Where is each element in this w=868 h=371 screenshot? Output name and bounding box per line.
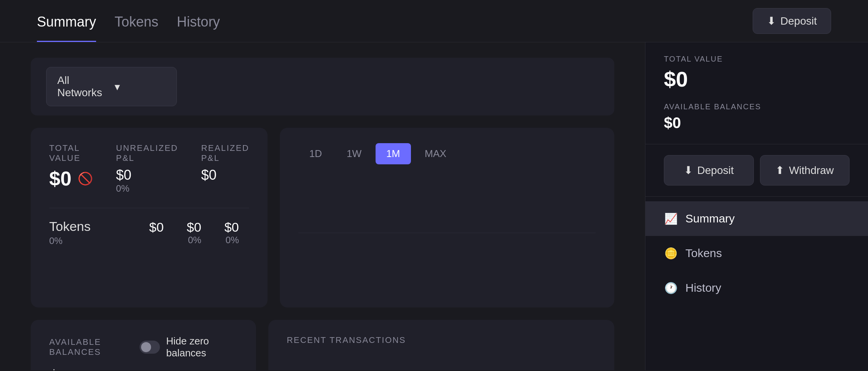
tokens-realized-value: $0 [224, 220, 239, 235]
sidebar-action-buttons: ⬇ Deposit ⬆ Withdraw [645, 144, 868, 197]
total-value-display: $0 🚫 [49, 167, 93, 190]
main-layout: All Networks ▾ TOTAL VALUE $0 🚫 U [0, 42, 868, 370]
tokens-total-group: $0 [149, 220, 164, 246]
tokens-label: Tokens [49, 219, 149, 234]
total-value: $0 [49, 167, 72, 190]
tab-history[interactable]: History [177, 0, 220, 42]
sidebar-withdraw-button[interactable]: ⬆ Withdraw [760, 155, 850, 186]
tokens-realized-pct: 0% [226, 235, 239, 246]
chart-card: 1D 1W 1M MAX [280, 128, 614, 307]
deposit-label-top: Deposit [780, 15, 817, 27]
sidebar-nav-history[interactable]: 🕐 History [645, 271, 868, 305]
toggle-thumb [141, 342, 151, 352]
tokens-row: Tokens 0% $0 $0 0% $0 0% [49, 219, 249, 246]
tokens-unrealized-group: $0 0% [187, 220, 201, 246]
sidebar-nav-tokens[interactable]: 🪙 Tokens [645, 236, 868, 271]
chevron-down-icon: ▾ [115, 80, 166, 93]
right-sidebar: TOTAL VALUE $0 AVAILABLE BALANCES $0 ⬇ D… [645, 42, 868, 370]
time-filter-1d[interactable]: 1D [298, 143, 333, 164]
unrealized-pnl-pct: 0% [116, 183, 178, 194]
time-filter-1m[interactable]: 1M [376, 143, 411, 164]
transactions-card: RECENT TRANSACTIONS [268, 320, 614, 370]
balances-card-header: AVAILABLE BALANCES Hide zero balances [49, 335, 238, 359]
sidebar-avail-value: $0 [664, 114, 850, 132]
time-filters: 1D 1W 1M MAX [298, 143, 596, 164]
top-navigation: Summary Tokens History ⬇ Deposit [0, 0, 868, 42]
tab-summary[interactable]: Summary [37, 0, 96, 42]
sidebar-nav-history-label: History [685, 281, 721, 294]
network-selector[interactable]: All Networks ▾ [46, 67, 177, 106]
toggle-track[interactable] [140, 341, 160, 354]
sidebar-withdraw-icon: ⬆ [775, 164, 784, 177]
tokens-values: $0 $0 0% $0 0% [149, 220, 249, 246]
unrealized-pnl-value: $0 [116, 167, 178, 183]
sidebar-nav-summary-label: Summary [685, 212, 735, 225]
tokens-realized-group: $0 0% [224, 220, 239, 246]
history-nav-icon: 🕐 [664, 282, 678, 294]
hide-zero-label: Hide zero balances [166, 335, 238, 359]
card-divider [49, 208, 249, 208]
sidebar-nav-tokens-label: Tokens [685, 247, 722, 260]
bottom-cards-row: AVAILABLE BALANCES Hide zero balances $0… [31, 320, 614, 370]
recent-transactions-label: RECENT TRANSACTIONS [287, 335, 406, 345]
balances-card: AVAILABLE BALANCES Hide zero balances $0… [31, 320, 256, 370]
hide-value-icon[interactable]: 🚫 [78, 171, 93, 186]
time-filter-1w[interactable]: 1W [336, 143, 372, 164]
cards-row: TOTAL VALUE $0 🚫 Unrealized P&L $0 0% Re… [31, 128, 614, 307]
realized-pnl-value: $0 [201, 167, 249, 183]
sidebar-nav: 📈 Summary 🪙 Tokens 🕐 History [645, 197, 868, 310]
unrealized-pnl-section: Unrealized P&L $0 0% [116, 143, 178, 194]
sidebar-total-value: $0 [664, 67, 850, 92]
tab-tokens[interactable]: Tokens [115, 0, 158, 42]
sidebar-avail-label: AVAILABLE BALANCES [664, 102, 850, 111]
chart-area [298, 175, 596, 292]
tokens-nav-icon: 🪙 [664, 247, 678, 260]
available-balances-value: $0 [49, 367, 238, 370]
tokens-label-col: Tokens 0% [49, 219, 149, 246]
card-header-row: TOTAL VALUE $0 🚫 Unrealized P&L $0 0% Re… [49, 143, 249, 194]
realized-pnl-label: Realized P&L [201, 143, 249, 163]
top-actions: ⬇ Deposit [753, 8, 831, 34]
sidebar-deposit-button[interactable]: ⬇ Deposit [664, 155, 754, 186]
sidebar-nav-summary[interactable]: 📈 Summary [645, 201, 868, 236]
network-selector-section: All Networks ▾ [31, 58, 614, 115]
sidebar-deposit-icon: ⬇ [684, 164, 693, 177]
sidebar-deposit-label: Deposit [697, 164, 734, 177]
deposit-icon-top: ⬇ [767, 15, 776, 27]
tokens-total-value: $0 [149, 220, 164, 235]
sidebar-withdraw-label: Withdraw [789, 164, 834, 177]
total-value-section: TOTAL VALUE $0 🚫 [49, 143, 93, 194]
sidebar-total-value-label: TOTAL VALUE [664, 55, 850, 64]
deposit-button-top[interactable]: ⬇ Deposit [753, 8, 831, 34]
tokens-unrealized-pct: 0% [188, 235, 201, 246]
unrealized-pnl-label: Unrealized P&L [116, 143, 178, 163]
total-value-label: TOTAL VALUE [49, 143, 93, 163]
realized-pnl-section: Realized P&L $0 [201, 143, 249, 194]
portfolio-card: TOTAL VALUE $0 🚫 Unrealized P&L $0 0% Re… [31, 128, 268, 307]
sidebar-top-info: TOTAL VALUE $0 AVAILABLE BALANCES $0 [645, 42, 868, 144]
network-selector-label: All Networks [57, 74, 108, 99]
tokens-pct: 0% [49, 236, 149, 246]
hide-zero-toggle[interactable]: Hide zero balances [140, 335, 238, 359]
tokens-unrealized-value: $0 [187, 220, 201, 235]
time-filter-max[interactable]: MAX [414, 143, 457, 164]
left-content: All Networks ▾ TOTAL VALUE $0 🚫 U [0, 42, 645, 370]
available-balances-label: AVAILABLE BALANCES [49, 337, 140, 357]
summary-nav-icon: 📈 [664, 212, 678, 225]
